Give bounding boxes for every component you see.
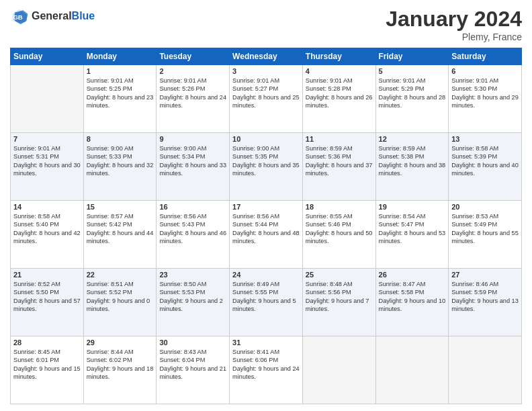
calendar-cell-w4-d5: 25 Sunrise: 8:48 AM Sunset: 5:56 PM Dayl…	[302, 269, 375, 336]
day-number: 18	[306, 203, 373, 211]
calendar-cell-w1-d3: 2 Sunrise: 9:01 AM Sunset: 5:26 PM Dayli…	[157, 65, 230, 133]
daylight-text: Daylight: 8 hours and 53 minutes.	[379, 230, 446, 244]
calendar-cell-w2-d4: 10 Sunrise: 9:00 AM Sunset: 5:35 PM Dayl…	[230, 133, 303, 201]
calendar-cell-w2-d6: 12 Sunrise: 8:59 AM Sunset: 5:38 PM Dayl…	[375, 133, 449, 201]
calendar-cell-w2-d7: 13 Sunrise: 8:58 AM Sunset: 5:39 PM Dayl…	[449, 133, 522, 201]
sunset-text: Sunset: 5:25 PM	[87, 85, 132, 92]
sunset-text: Sunset: 5:36 PM	[306, 153, 351, 160]
daylight-text: Daylight: 8 hours and 57 minutes.	[13, 298, 81, 312]
day-info: Sunrise: 8:44 AM Sunset: 6:02 PM Dayligh…	[87, 348, 154, 381]
daylight-text: Daylight: 8 hours and 33 minutes.	[159, 162, 226, 177]
calendar-cell-w5-d6	[375, 336, 449, 404]
calendar-cell-w4-d6: 26 Sunrise: 8:47 AM Sunset: 5:58 PM Dayl…	[375, 269, 449, 336]
calendar-cell-w3-d4: 17 Sunrise: 8:56 AM Sunset: 5:44 PM Dayl…	[230, 201, 303, 269]
sunset-text: Sunset: 5:53 PM	[159, 289, 205, 295]
sunset-text: Sunset: 5:31 PM	[13, 153, 59, 160]
sunset-text: Sunset: 5:44 PM	[232, 221, 278, 228]
daylight-text: Daylight: 9 hours and 2 minutes.	[159, 298, 223, 312]
week-row-2: 7 Sunrise: 9:01 AM Sunset: 5:31 PM Dayli…	[11, 133, 522, 201]
daylight-text: Daylight: 9 hours and 7 minutes.	[306, 298, 369, 312]
calendar-cell-w4-d1: 21 Sunrise: 8:52 AM Sunset: 5:50 PM Dayl…	[11, 269, 84, 336]
daylight-text: Daylight: 8 hours and 40 minutes.	[451, 162, 519, 177]
day-info: Sunrise: 9:00 AM Sunset: 5:34 PM Dayligh…	[159, 144, 226, 178]
sunrise-text: Sunrise: 8:47 AM	[379, 281, 426, 287]
day-info: Sunrise: 9:01 AM Sunset: 5:27 PM Dayligh…	[232, 77, 300, 110]
sunset-text: Sunset: 6:06 PM	[232, 357, 278, 363]
sunrise-text: Sunrise: 9:00 AM	[87, 145, 134, 152]
daylight-text: Daylight: 8 hours and 29 minutes.	[451, 94, 519, 109]
daylight-text: Daylight: 9 hours and 5 minutes.	[232, 298, 296, 312]
sunset-text: Sunset: 5:39 PM	[451, 153, 497, 160]
day-info: Sunrise: 8:58 AM Sunset: 5:40 PM Dayligh…	[13, 212, 81, 246]
sunrise-text: Sunrise: 9:00 AM	[232, 145, 279, 152]
sunset-text: Sunset: 5:50 PM	[13, 289, 59, 295]
sunrise-text: Sunrise: 9:01 AM	[159, 77, 206, 84]
daylight-text: Daylight: 9 hours and 10 minutes.	[379, 298, 446, 312]
header-saturday: Saturday	[449, 48, 522, 65]
day-info: Sunrise: 8:59 AM Sunset: 5:36 PM Dayligh…	[306, 144, 373, 178]
sunrise-text: Sunrise: 8:52 AM	[13, 281, 60, 287]
day-number: 21	[13, 271, 81, 279]
day-info: Sunrise: 8:49 AM Sunset: 5:55 PM Dayligh…	[232, 280, 300, 314]
day-number: 22	[87, 271, 154, 279]
calendar-cell-w2-d3: 9 Sunrise: 9:00 AM Sunset: 5:34 PM Dayli…	[157, 133, 230, 201]
location-subtitle: Plemy, France	[386, 32, 522, 42]
calendar-cell-w4-d2: 22 Sunrise: 8:51 AM Sunset: 5:52 PM Dayl…	[83, 269, 157, 336]
day-info: Sunrise: 9:01 AM Sunset: 5:26 PM Dayligh…	[159, 77, 226, 110]
day-number: 17	[232, 203, 300, 211]
daylight-text: Daylight: 8 hours and 25 minutes.	[232, 94, 300, 109]
day-number: 30	[159, 338, 226, 347]
daylight-text: Daylight: 8 hours and 30 minutes.	[13, 162, 81, 177]
sunrise-text: Sunrise: 8:41 AM	[232, 349, 279, 355]
day-number: 5	[379, 67, 446, 75]
header-sunday: Sunday	[11, 48, 84, 65]
day-number: 11	[306, 135, 373, 143]
day-info: Sunrise: 8:47 AM Sunset: 5:58 PM Dayligh…	[379, 280, 446, 314]
calendar-cell-w5-d4: 31 Sunrise: 8:41 AM Sunset: 6:06 PM Dayl…	[230, 336, 303, 404]
day-number: 27	[451, 271, 519, 279]
day-number: 28	[13, 338, 81, 347]
week-row-4: 21 Sunrise: 8:52 AM Sunset: 5:50 PM Dayl…	[11, 269, 522, 336]
day-number: 29	[87, 338, 154, 347]
day-number: 9	[159, 135, 226, 143]
day-number: 4	[306, 67, 373, 75]
calendar-cell-w3-d6: 19 Sunrise: 8:54 AM Sunset: 5:47 PM Dayl…	[375, 201, 449, 269]
sunrise-text: Sunrise: 8:43 AM	[159, 349, 206, 355]
sunset-text: Sunset: 5:46 PM	[306, 221, 351, 228]
day-info: Sunrise: 8:54 AM Sunset: 5:47 PM Dayligh…	[379, 212, 446, 246]
calendar-cell-w5-d5	[302, 336, 375, 404]
day-info: Sunrise: 9:00 AM Sunset: 5:33 PM Dayligh…	[87, 144, 154, 178]
day-info: Sunrise: 8:55 AM Sunset: 5:46 PM Dayligh…	[306, 212, 373, 246]
logo-icon: GB	[10, 7, 29, 26]
logo: GB GeneralBlue	[10, 7, 95, 26]
sunrise-text: Sunrise: 8:59 AM	[379, 145, 426, 152]
sunset-text: Sunset: 5:58 PM	[379, 289, 425, 295]
daylight-text: Daylight: 8 hours and 38 minutes.	[379, 162, 446, 177]
day-number: 3	[232, 67, 300, 75]
daylight-text: Daylight: 8 hours and 26 minutes.	[306, 94, 373, 109]
calendar-cell-w5-d7	[449, 336, 522, 404]
sunset-text: Sunset: 5:26 PM	[159, 85, 205, 92]
daylight-text: Daylight: 8 hours and 32 minutes.	[87, 162, 154, 177]
calendar-page: GB GeneralBlue January 2024 Plemy, Franc…	[0, 0, 532, 411]
calendar-cell-w4-d4: 24 Sunrise: 8:49 AM Sunset: 5:55 PM Dayl…	[230, 269, 303, 336]
day-info: Sunrise: 9:01 AM Sunset: 5:30 PM Dayligh…	[451, 77, 519, 110]
calendar-table: Sunday Monday Tuesday Wednesday Thursday…	[10, 48, 522, 404]
day-number: 23	[159, 271, 226, 279]
sunset-text: Sunset: 5:28 PM	[306, 85, 351, 92]
day-number: 14	[13, 203, 81, 211]
daylight-text: Daylight: 8 hours and 46 minutes.	[159, 230, 226, 244]
sunset-text: Sunset: 5:43 PM	[159, 221, 205, 228]
sunset-text: Sunset: 5:30 PM	[451, 85, 497, 92]
day-number: 13	[451, 135, 519, 143]
daylight-text: Daylight: 8 hours and 42 minutes.	[13, 230, 81, 244]
calendar-cell-w5-d1: 28 Sunrise: 8:45 AM Sunset: 6:01 PM Dayl…	[11, 336, 84, 404]
day-info: Sunrise: 8:45 AM Sunset: 6:01 PM Dayligh…	[13, 348, 81, 381]
daylight-text: Daylight: 9 hours and 24 minutes.	[232, 365, 300, 380]
header-monday: Monday	[83, 48, 157, 65]
sunrise-text: Sunrise: 8:55 AM	[306, 213, 353, 220]
week-row-3: 14 Sunrise: 8:58 AM Sunset: 5:40 PM Dayl…	[11, 201, 522, 269]
calendar-cell-w2-d2: 8 Sunrise: 9:00 AM Sunset: 5:33 PM Dayli…	[83, 133, 157, 201]
daylight-text: Daylight: 9 hours and 21 minutes.	[159, 365, 226, 380]
day-info: Sunrise: 8:59 AM Sunset: 5:38 PM Dayligh…	[379, 144, 446, 178]
